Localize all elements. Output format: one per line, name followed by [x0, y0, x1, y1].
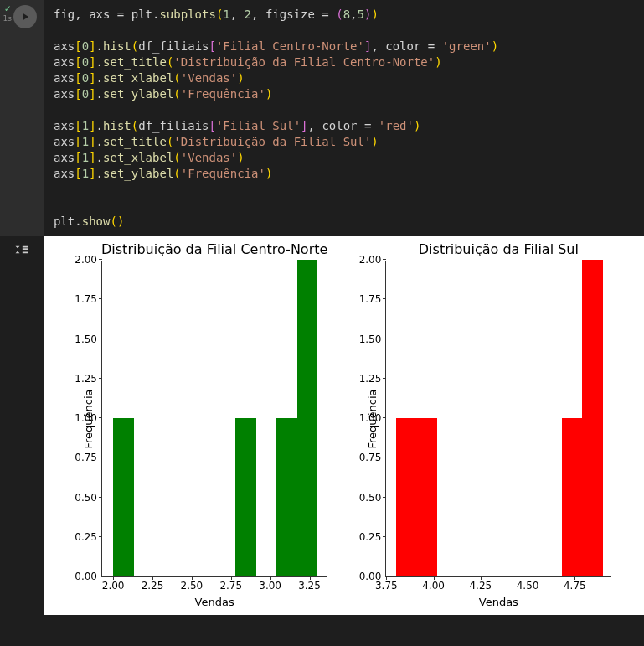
bar: [235, 418, 255, 576]
xlabel: Vendas: [385, 596, 611, 608]
chart-title: Distribuição da Filial Centro-Norte: [101, 241, 327, 257]
ytick: 0.75: [75, 452, 97, 463]
code-editor[interactable]: fig, axs = plt.subplots(1, 2, figsize = …: [44, 0, 644, 236]
ytick: 2.00: [75, 254, 97, 266]
ytick: 0.50: [359, 492, 382, 504]
ytick: 0.25: [359, 531, 382, 543]
run-button[interactable]: [13, 5, 37, 28]
bar: [113, 418, 133, 576]
cell-gutter: [0, 0, 44, 236]
ytick: 2.00: [359, 254, 382, 266]
ytick: 1.25: [75, 373, 97, 385]
output-gutter: [0, 236, 44, 615]
plot-area: 0.000.250.500.751.001.251.501.752.003.75…: [385, 261, 611, 577]
xtick: 4.75: [564, 580, 586, 592]
charts-container: Distribuição da Filial Centro-Norte0.000…: [47, 241, 641, 608]
xtick: 2.75: [219, 580, 242, 592]
ytick: 1.75: [359, 293, 382, 305]
bar: [297, 260, 317, 576]
ytick: 1.75: [75, 293, 97, 305]
ytick: 1.50: [75, 333, 97, 345]
plot-area: 0.000.250.500.751.001.251.501.752.002.00…: [101, 261, 327, 577]
ytick: 0.25: [75, 531, 97, 543]
chart-0: Distribuição da Filial Centro-Norte0.000…: [101, 241, 327, 608]
xtick: 4.25: [469, 580, 492, 592]
xtick: 2.25: [142, 580, 164, 592]
xtick: 4.50: [517, 580, 539, 592]
chart-1: Distribuição da Filial Sul0.000.250.500.…: [385, 241, 611, 608]
xlabel: Vendas: [101, 596, 327, 608]
cell-status: ✓ 1s: [0, 3, 15, 23]
output-row: Distribuição da Filial Centro-Norte0.000…: [0, 236, 644, 615]
output-settings-icon[interactable]: [13, 241, 30, 258]
bar: [582, 260, 603, 576]
ytick: 1.50: [359, 333, 382, 345]
play-icon: [19, 11, 31, 23]
ytick: 0.00: [75, 571, 97, 582]
chart-title: Distribuição da Filial Sul: [385, 241, 611, 257]
ytick: 1.25: [359, 373, 382, 385]
ytick: 0.75: [359, 452, 382, 463]
code-cell: ✓ 1s fig, axs = plt.subplots(1, 2, figsi…: [0, 0, 644, 236]
xtick: 3.00: [259, 580, 281, 592]
xtick: 3.75: [375, 580, 398, 592]
check-icon: ✓: [4, 3, 10, 13]
ylabel: Frequência: [82, 389, 95, 448]
xtick: 2.50: [181, 580, 204, 592]
exec-time: 1s: [3, 14, 13, 23]
xtick: 2.00: [102, 580, 125, 592]
bar: [276, 418, 296, 576]
output-area: Distribuição da Filial Centro-Norte0.000…: [44, 236, 644, 615]
bar: [396, 418, 438, 576]
xtick: 3.25: [298, 580, 321, 592]
ylabel: Frequência: [366, 389, 379, 448]
bar: [562, 418, 583, 576]
xtick: 4.00: [422, 580, 445, 592]
ytick: 0.50: [75, 492, 97, 504]
